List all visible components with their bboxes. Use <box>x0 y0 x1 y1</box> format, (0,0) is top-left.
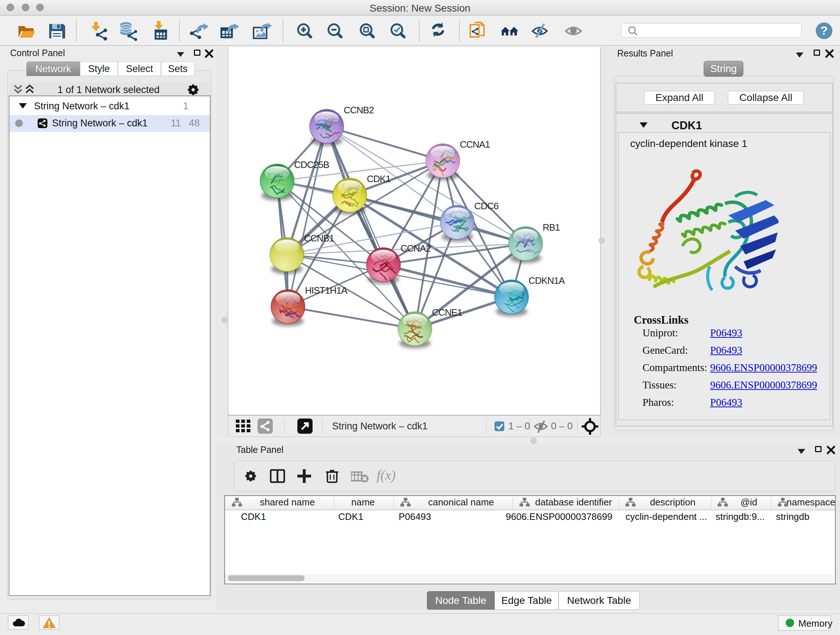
svg-text:CDKN1A: CDKN1A <box>529 275 565 286</box>
svg-text:CCNB1: CCNB1 <box>304 233 334 244</box>
svg-text:CDC6: CDC6 <box>474 201 499 211</box>
svg-text:RB1: RB1 <box>543 222 560 233</box>
svg-text:CCNE1: CCNE1 <box>432 307 462 318</box>
svg-text:CDC25B: CDC25B <box>294 159 329 170</box>
svg-text:CDK1: CDK1 <box>367 173 391 184</box>
svg-text:CCNA1: CCNA1 <box>460 139 490 150</box>
svg-text:HIST1H1A: HIST1H1A <box>305 285 347 296</box>
svg-text:CCNA2: CCNA2 <box>401 243 431 254</box>
svg-text:CCNB2: CCNB2 <box>344 105 374 116</box>
svg-text:?: ? <box>821 24 828 37</box>
